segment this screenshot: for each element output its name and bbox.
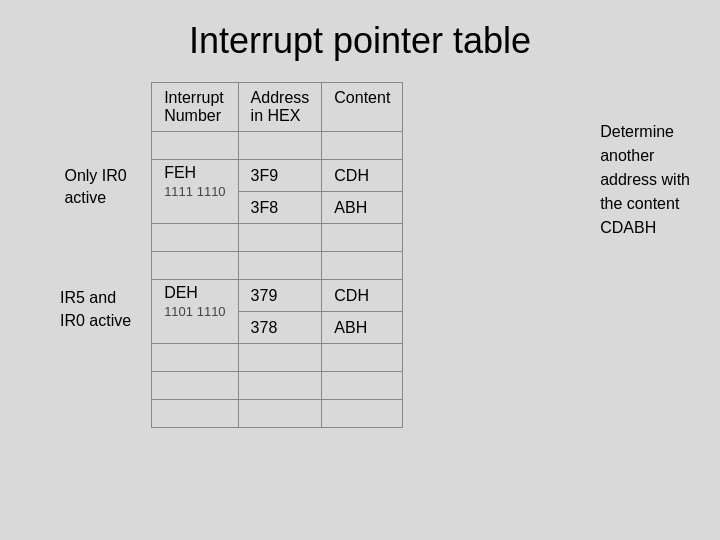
page-title: Interrupt pointer table xyxy=(189,20,531,62)
cell-content-abh-2: ABH xyxy=(322,312,403,344)
header-interrupt: InterruptNumber xyxy=(152,83,238,132)
table-wrapper: InterruptNumber Addressin HEX Content FE… xyxy=(151,82,403,428)
table-row: FEH1111 1110 3F9 CDH xyxy=(152,160,403,192)
label-ir5-text: IR5 andIR0 active xyxy=(60,287,131,332)
table-row: DEH1101 1110 379 CDH xyxy=(152,280,403,312)
empty-row-4 xyxy=(152,344,403,372)
header-content: Content xyxy=(322,83,403,132)
empty-row-2 xyxy=(152,224,403,252)
left-labels: Only IR0active IR5 andIR0 active xyxy=(60,82,131,367)
empty-row-1 xyxy=(152,132,403,160)
note-area: Determineanotheraddress withthe contentC… xyxy=(600,120,690,240)
page-container: Interrupt pointer table Only IR0active I… xyxy=(0,0,720,540)
header-address: Addressin HEX xyxy=(238,83,322,132)
cell-content-cdh-1: CDH xyxy=(322,160,403,192)
interrupt-table: InterruptNumber Addressin HEX Content FE… xyxy=(151,82,403,428)
label-only-ir0-text: Only IR0active xyxy=(64,165,126,210)
cell-content-abh-1: ABH xyxy=(322,192,403,224)
empty-row-5 xyxy=(152,372,403,400)
table-header-row: InterruptNumber Addressin HEX Content xyxy=(152,83,403,132)
label-only-ir0: Only IR0active xyxy=(60,122,131,252)
cell-interrupt-deh: DEH1101 1110 xyxy=(152,280,238,344)
content-area: Only IR0active IR5 andIR0 active Interru… xyxy=(0,82,720,428)
cell-address-3f9: 3F9 xyxy=(238,160,322,192)
note-text: Determineanotheraddress withthe contentC… xyxy=(600,123,690,236)
cell-address-3f8: 3F8 xyxy=(238,192,322,224)
cell-address-378: 378 xyxy=(238,312,322,344)
empty-row-3 xyxy=(152,252,403,280)
cell-address-379: 379 xyxy=(238,280,322,312)
label-ir5: IR5 andIR0 active xyxy=(60,252,131,367)
cell-interrupt-feh: FEH1111 1110 xyxy=(152,160,238,224)
empty-row-6 xyxy=(152,400,403,428)
cell-content-cdh-2: CDH xyxy=(322,280,403,312)
